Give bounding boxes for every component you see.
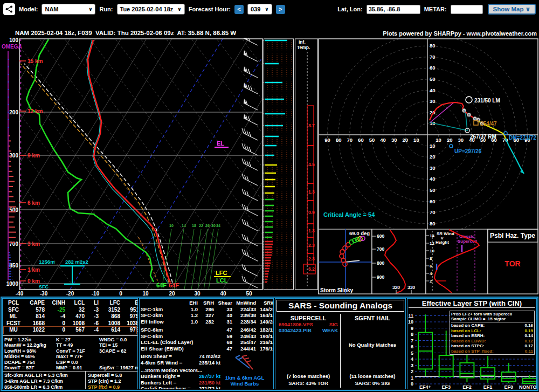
virtual-parcel-trace bbox=[24, 64, 172, 283]
omega-label: OMEGA bbox=[2, 44, 22, 50]
pressure-label: 200 bbox=[9, 109, 18, 115]
temp-axis-label: 20 bbox=[169, 291, 175, 295]
latlon-label: Lat, Lon: bbox=[337, 6, 362, 12]
height-label: 0 km bbox=[27, 278, 40, 284]
sars-supercell-header: SUPERCELL bbox=[277, 315, 340, 321]
metar-input[interactable] bbox=[451, 5, 483, 14]
adv-header-line2: Temp. bbox=[297, 45, 310, 50]
thermo-stat: DownT = 57F bbox=[4, 365, 56, 371]
sr-wind-ytick: 14 bbox=[430, 233, 434, 238]
stp-ytick: 1 bbox=[411, 375, 413, 381]
lfc-label: LFC bbox=[216, 270, 227, 276]
advection-value: 2.3 bbox=[308, 256, 315, 262]
sars-hail-empty: No Quality Matches bbox=[341, 342, 404, 348]
advection-value: 0.9 bbox=[308, 210, 315, 215]
hodo-axis-label: 60 bbox=[358, 137, 364, 143]
hodo-axis-label: 20 bbox=[403, 137, 409, 143]
hodo-axis-label: 40 bbox=[430, 176, 436, 182]
stp-legend-row: based on ESRH:0.14 bbox=[451, 333, 533, 339]
hodo-axis-label: 70 bbox=[347, 137, 353, 143]
forecast-hour-select[interactable]: 039∨ bbox=[247, 4, 272, 15]
thermo-stat: WNDG = 0.0 bbox=[99, 337, 137, 343]
kinematics-row: Eff Shear (EBWD)47244/41176/16 bbox=[140, 346, 273, 352]
height-label: 12 km bbox=[27, 108, 43, 114]
credit-text: Plots powered by SHARPpy - www.pivotalwe… bbox=[383, 30, 537, 37]
theta-e-xtick: 330 bbox=[407, 285, 415, 290]
share-button[interactable] bbox=[3, 3, 15, 15]
next-hour-button[interactable]: > bbox=[276, 5, 285, 14]
share-icon bbox=[5, 5, 13, 13]
index-line: Supercell = 5.8 bbox=[88, 373, 135, 379]
thermo-stat: ConvT = 71F bbox=[56, 348, 99, 354]
stp-box bbox=[439, 355, 453, 376]
temp-axis-label: 50 bbox=[246, 291, 252, 295]
index-line: STP (cin) = 1.2 bbox=[88, 379, 135, 384]
stp-legend-title2: Sample CLIMO = .15 sigtor bbox=[451, 317, 533, 321]
prev-hour-button[interactable]: < bbox=[234, 5, 244, 14]
thermo-bottom: Sfc-3km AGL LR = 5.3 C/km3-6km AGL LR = … bbox=[3, 371, 137, 390]
kinematics-row: LCL-EL (Cloud Layer)68254/47216/14 bbox=[140, 339, 273, 346]
thermo-stat: LowRH = 98% bbox=[4, 348, 56, 354]
hodo-marker-label: 254/47 bbox=[480, 121, 497, 127]
wind-barb-legend: 1km & 6km AGL Wind Barbs bbox=[219, 354, 270, 387]
thermo-stat: maxT = 77F bbox=[56, 354, 99, 360]
hodo-marker-label: DN=271/72 bbox=[509, 135, 536, 141]
hodo-axis-label: 10 bbox=[430, 143, 436, 149]
advection-value: 1.3 bbox=[308, 189, 315, 195]
stp-category-label: EF4+ bbox=[419, 384, 431, 389]
model-label: Model: bbox=[19, 6, 38, 12]
parcel-row: MU10220567-46149754 bbox=[4, 327, 136, 334]
thermo-stat: TT = 49 bbox=[56, 342, 99, 348]
metar-label: METAR: bbox=[424, 6, 447, 12]
thermo-stat: ESP = 0.0 bbox=[56, 360, 99, 366]
stp-ytick: 11 bbox=[408, 313, 413, 319]
sars-supercell-column: SUPERCELL 69041806.VPSSIG03042423.PIBWEA… bbox=[277, 314, 341, 388]
virtual-temperature-trace bbox=[87, 40, 168, 283]
hodo-marker bbox=[466, 97, 472, 103]
temp-axis-label: 30 bbox=[194, 291, 201, 295]
stp-ytick: 8 bbox=[411, 332, 413, 337]
advection-value: 2.3 bbox=[308, 243, 315, 248]
height-label: 9 km bbox=[27, 153, 40, 159]
sounding-plot: 10141822263034100200300500700850100015 k… bbox=[0, 38, 539, 295]
hodo-axis-label: 70 bbox=[430, 54, 436, 60]
mixing-ratio-label: 30 bbox=[211, 224, 216, 228]
model-select[interactable]: NAM∨ bbox=[42, 4, 95, 15]
theta-e-xtick: 320 bbox=[392, 285, 400, 290]
sr-wind-panel: 1412108642SR WindvHeightClassicSupercell bbox=[426, 229, 488, 294]
hodo-axis-label: 30 bbox=[430, 165, 436, 171]
lapse-rate-line: 3-6km AGL LR = 7.3 C/km bbox=[4, 379, 84, 384]
theta-e-ytick: 700 bbox=[377, 246, 384, 252]
sr-wind-ytick: 4 bbox=[430, 271, 432, 276]
theta-e-ytick: 800 bbox=[377, 260, 384, 266]
stp-ytick: 6 bbox=[411, 344, 413, 349]
slinky-angle: 69.0 deg bbox=[349, 230, 370, 236]
stp-ytick: 4 bbox=[411, 356, 413, 362]
hodo-marker-label: 231/50 LM bbox=[474, 98, 500, 104]
stp-ytick: 7 bbox=[411, 338, 413, 343]
temp-axis-label: 0 bbox=[119, 291, 122, 295]
effective-inflow-height: 1256m bbox=[39, 259, 55, 265]
stp-ytick: 0 bbox=[411, 381, 413, 387]
composite-indices: Supercell = 5.8STP (cin) = 1.2STP (fix) … bbox=[86, 371, 137, 390]
thermo-stat: PW = 1.22in bbox=[4, 337, 56, 343]
sfc-label: SFC bbox=[39, 284, 49, 290]
stp-ytick: 2 bbox=[411, 369, 413, 374]
wind-speed-strip bbox=[262, 39, 294, 290]
latlon-input[interactable] bbox=[367, 5, 420, 14]
hodo-axis-label: 50 bbox=[430, 76, 436, 82]
run-label: Run: bbox=[99, 6, 113, 12]
show-map-button[interactable]: Show Map ∨ bbox=[488, 4, 536, 15]
run-select[interactable]: Tue 2025-02-04 18z∨ bbox=[117, 4, 185, 15]
slinky-title: Storm Slinky bbox=[320, 287, 354, 293]
thermo-stat: 3CAPE = 62 bbox=[99, 348, 137, 354]
hodo-marker bbox=[504, 132, 507, 135]
stp-legend-row: based on STP_fixed:0.11 bbox=[451, 349, 533, 354]
effective-inflow-srh: 282 m2s2 bbox=[65, 259, 88, 265]
stp-category-label: EF2 bbox=[462, 384, 472, 389]
hodo-axis-label: 30 bbox=[458, 137, 464, 143]
sars-match: 03042423.PIBWEAK bbox=[277, 327, 340, 333]
kinematics-row: SFC-3km1.232740239/38164/18 bbox=[140, 312, 273, 319]
advection-value: 1.3 bbox=[308, 228, 315, 233]
sr-wind-ytick: 2 bbox=[430, 279, 432, 284]
